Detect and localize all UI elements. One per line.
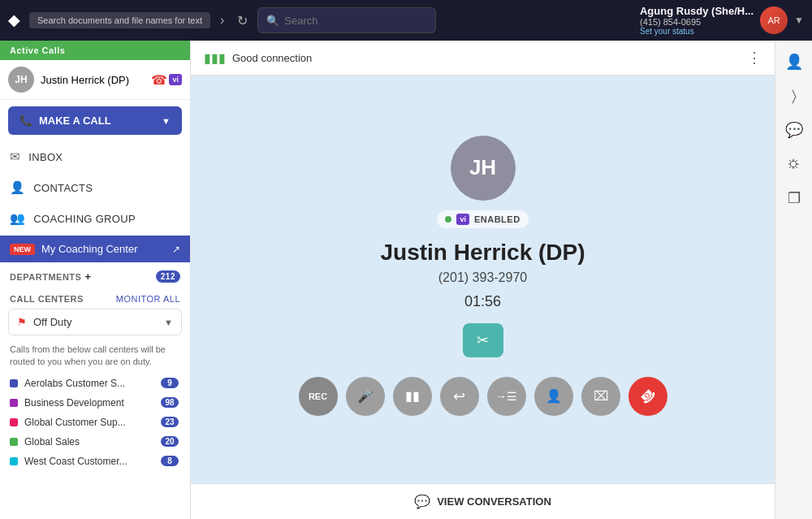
tag-icon: 〉 bbox=[792, 88, 797, 105]
top-bar: ◆ Search documents and file names for te… bbox=[0, 0, 812, 41]
coaching-icon: 👥 bbox=[10, 211, 25, 226]
grid-icon: ❐ bbox=[788, 189, 801, 207]
app-logo: ◆ bbox=[8, 11, 19, 29]
call-display: JH vi ENABLED Justin Herrick (DP) (201) … bbox=[191, 76, 775, 483]
user-name: Agung Rusdy (She/H... bbox=[640, 5, 754, 17]
settings-button[interactable]: ⛭ bbox=[780, 149, 809, 179]
inbox-icon: ✉ bbox=[10, 149, 20, 164]
tag-button[interactable]: 〉 bbox=[780, 81, 809, 110]
call-timer: 01:56 bbox=[464, 293, 501, 310]
message-icon: 💬 bbox=[785, 121, 803, 139]
cc-count: 23 bbox=[161, 417, 179, 427]
signal-icon: ▮▮▮ bbox=[204, 50, 226, 66]
transfer-button[interactable]: ↩ bbox=[440, 377, 479, 416]
pause-icon: ▮▮ bbox=[405, 388, 420, 404]
chat-icon: 💬 bbox=[414, 494, 430, 509]
active-calls-header: Active Calls bbox=[0, 41, 190, 60]
cc-name: Global Sales bbox=[24, 436, 154, 448]
view-conversation-label: VIEW CONVERSATION bbox=[437, 495, 551, 508]
call-center-item-west-coast[interactable]: West Coast Customer... 8 bbox=[0, 452, 190, 471]
breadcrumb: Search documents and file names for text bbox=[29, 12, 210, 28]
cc-name: Global Customer Sup... bbox=[24, 417, 154, 428]
right-sidebar: 👤 〉 💬 ⛭ ❐ bbox=[775, 41, 812, 519]
sidebar-item-coaching-group[interactable]: 👥 COACHING GROUP bbox=[0, 203, 190, 234]
user-status[interactable]: Set your status bbox=[640, 27, 754, 36]
cc-name: Aerolabs Customer S... bbox=[24, 378, 154, 389]
off-duty-dropdown[interactable]: ⚑ Off Duty ▼ bbox=[8, 309, 182, 335]
add-user-icon: 👤 bbox=[546, 388, 562, 404]
sidebar-item-coaching-center[interactable]: NEW My Coaching Center ↗ bbox=[0, 236, 190, 262]
keypad-icon: ⌧ bbox=[594, 388, 608, 404]
add-user-button[interactable]: 👤 bbox=[534, 377, 573, 416]
call-center-item-global-customer[interactable]: Global Customer Sup... 23 bbox=[0, 413, 190, 432]
make-call-button[interactable]: 📞 MAKE A CALL ▼ bbox=[8, 106, 182, 135]
search-icon: 🔍 bbox=[266, 15, 279, 27]
cc-count: 20 bbox=[161, 436, 179, 447]
end-call-icon: ☎ bbox=[637, 385, 659, 408]
call-center-item-global-sales[interactable]: Global Sales 20 bbox=[0, 432, 190, 452]
sidebar-item-contacts[interactable]: 👤 CONTACTS bbox=[0, 172, 190, 203]
active-call-avatar: JH bbox=[8, 67, 34, 93]
search-input[interactable] bbox=[284, 15, 427, 27]
nav-forward-button[interactable]: › bbox=[217, 10, 227, 31]
forward-icon: →☰ bbox=[495, 390, 517, 403]
cc-color-dot bbox=[10, 418, 18, 426]
active-call-name: Justin Herrick (DP) bbox=[41, 74, 145, 86]
transfer-icon: ↩ bbox=[453, 387, 465, 405]
caller-name: Justin Herrick (DP) bbox=[380, 240, 585, 266]
user-profile-button[interactable]: 👤 bbox=[780, 47, 809, 76]
connection-status: Good connection bbox=[232, 52, 312, 64]
scissors-button[interactable]: ✂ bbox=[463, 323, 503, 357]
call-center-item-business-dev[interactable]: Business Development 98 bbox=[0, 393, 190, 413]
departments-count: 212 bbox=[156, 270, 180, 283]
record-button[interactable]: REC bbox=[299, 377, 338, 416]
active-call-icons: ☎ vi bbox=[151, 72, 182, 88]
caller-phone: (201) 393-2970 bbox=[438, 270, 527, 285]
gear-icon: ⛭ bbox=[787, 156, 801, 173]
cc-count: 8 bbox=[161, 456, 179, 466]
hold-button[interactable]: ▮▮ bbox=[393, 377, 432, 416]
caller-avatar: JH bbox=[451, 136, 516, 201]
cc-count: 98 bbox=[161, 397, 179, 408]
connection-bar: ▮▮▮ Good connection ⋮ bbox=[191, 41, 775, 76]
message-button[interactable]: 💬 bbox=[780, 115, 809, 145]
apps-button[interactable]: ❐ bbox=[780, 184, 809, 213]
view-conversation-bar[interactable]: 💬 VIEW CONVERSATION bbox=[191, 483, 775, 519]
cc-color-dot bbox=[10, 379, 18, 387]
cc-name: West Coast Customer... bbox=[24, 456, 154, 467]
content-area: ▮▮▮ Good connection ⋮ JH vi ENABLED Just… bbox=[191, 41, 775, 519]
external-link-icon: ↗ bbox=[172, 244, 180, 255]
main-layout: Active Calls JH Justin Herrick (DP) ☎ vi… bbox=[0, 41, 812, 519]
cc-name: Business Development bbox=[24, 397, 154, 409]
active-call-item[interactable]: JH Justin Herrick (DP) ☎ vi bbox=[0, 60, 190, 100]
refresh-button[interactable]: ↻ bbox=[234, 10, 251, 32]
chevron-down-icon: ▼ bbox=[164, 318, 173, 327]
forward-button[interactable]: →☰ bbox=[487, 377, 526, 416]
cc-color-dot bbox=[10, 457, 18, 465]
flag-icon: ⚑ bbox=[17, 316, 27, 328]
user-phone: (415) 854-0695 bbox=[640, 17, 754, 27]
end-call-icon[interactable]: ☎ bbox=[151, 72, 167, 88]
chevron-down-icon[interactable]: ▼ bbox=[794, 15, 804, 26]
vi-enabled-badge: vi ENABLED bbox=[437, 210, 528, 228]
contacts-icon: 👤 bbox=[10, 180, 25, 195]
sidebar: Active Calls JH Justin Herrick (DP) ☎ vi… bbox=[0, 41, 191, 519]
end-call-button[interactable]: ☎ bbox=[628, 377, 667, 416]
vi-status-dot bbox=[445, 216, 451, 223]
mute-button[interactable]: 🎤 bbox=[346, 377, 385, 416]
new-badge: NEW bbox=[10, 244, 35, 255]
vi-badge: vi bbox=[169, 74, 182, 85]
vi-badge: vi bbox=[456, 214, 469, 225]
cc-count: 9 bbox=[161, 378, 179, 388]
vi-enabled-label: ENABLED bbox=[474, 214, 520, 224]
search-bar[interactable]: 🔍 bbox=[257, 7, 436, 33]
more-options-icon[interactable]: ⋮ bbox=[747, 49, 762, 67]
keypad-button[interactable]: ⌧ bbox=[581, 377, 620, 416]
call-center-info: Calls from the below call centers will b… bbox=[0, 340, 190, 374]
call-controls: REC 🎤 ▮▮ ↩ →☰ 👤 ⌧ bbox=[299, 377, 667, 416]
departments-plus[interactable]: + bbox=[84, 270, 91, 283]
call-centers-header: CALL CENTERS Monitor All bbox=[0, 289, 190, 309]
monitor-all-link[interactable]: Monitor All bbox=[116, 294, 180, 304]
sidebar-item-inbox[interactable]: ✉ INBOX bbox=[0, 141, 190, 172]
call-center-item-aerolabs[interactable]: Aerolabs Customer S... 9 bbox=[0, 374, 190, 393]
